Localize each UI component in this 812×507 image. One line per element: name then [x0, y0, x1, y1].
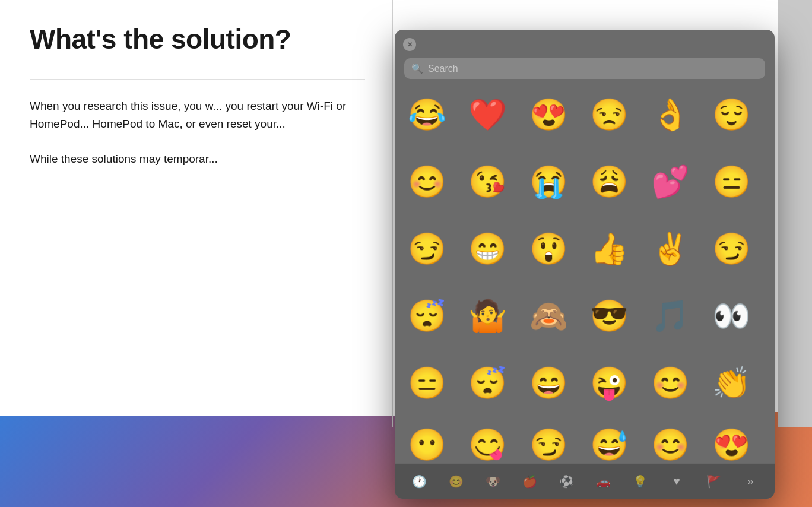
emoji-cell[interactable]: 😘 [464, 158, 512, 205]
emoji-cell[interactable]: 🙈 [525, 292, 572, 340]
category-button-more[interactable]: » [740, 471, 761, 492]
emoji-cell[interactable]: 😂 [403, 91, 451, 138]
emoji-grid: 😂❤️😍😒👌😌😊😘😭😩💕😑😏😁😲👍✌️😏😴🤷🙈😎🎵👀😑😴😄😜😊👏 [395, 85, 775, 430]
emoji-cell[interactable]: 😴 [464, 359, 512, 407]
category-button-smileys[interactable]: 😊 [445, 471, 467, 492]
emoji-cell[interactable]: 😭 [525, 158, 572, 205]
emoji-cell[interactable]: 😲 [525, 225, 572, 272]
document-title: What's the solution? [30, 24, 365, 55]
emoji-cell[interactable]: 😍 [525, 91, 572, 138]
emoji-cell[interactable]: 💕 [647, 158, 694, 205]
category-button-activities[interactable]: ⚽ [556, 471, 577, 492]
emoji-partial-row: 😶😋😏😅😊😍 [395, 430, 775, 463]
emoji-cell[interactable]: 👌 [647, 91, 694, 138]
emoji-cell[interactable]: 👏 [708, 359, 755, 407]
emoji-cell[interactable]: 😊 [647, 430, 694, 460]
emoji-cell[interactable]: 😅 [586, 430, 633, 460]
emoji-cell[interactable]: 😊 [403, 158, 451, 205]
body-paragraph-1: When you research this issue, you w... y… [30, 97, 365, 134]
emoji-cell[interactable]: 😊 [647, 359, 694, 407]
emoji-cell[interactable]: 😏 [525, 430, 572, 460]
document-body: When you research this issue, you w... y… [30, 97, 365, 168]
emoji-cell[interactable]: 😄 [525, 359, 572, 407]
close-button[interactable] [403, 38, 416, 51]
emoji-cell[interactable]: ❤️ [464, 91, 512, 138]
emoji-cell[interactable]: 😌 [708, 91, 755, 138]
search-bar: 🔍 [404, 58, 765, 79]
emoji-cell[interactable]: 😁 [464, 225, 512, 272]
emoji-cell[interactable]: 😑 [708, 158, 755, 205]
emoji-cell[interactable]: 🎵 [647, 292, 694, 340]
emoji-cell[interactable]: 😋 [464, 430, 512, 460]
category-button-recent[interactable]: 🕐 [408, 471, 430, 492]
document-area: What's the solution? When you research t… [0, 0, 395, 416]
category-button-symbols[interactable]: ♥ [666, 471, 687, 492]
category-bar: 🕐😊🐶🍎⚽🚗💡♥🚩» [395, 463, 775, 499]
emoji-cell[interactable]: 😶 [403, 430, 451, 460]
emoji-cell[interactable]: 😒 [586, 91, 633, 138]
emoji-cell[interactable]: 🤷 [464, 292, 512, 340]
right-sidebar-bg [778, 0, 812, 427]
emoji-cell[interactable]: 😎 [586, 292, 633, 340]
emoji-cell[interactable]: 😜 [586, 359, 633, 407]
emoji-cell[interactable]: 👀 [708, 292, 755, 340]
emoji-cell[interactable]: 👍 [586, 225, 633, 272]
category-button-travel[interactable]: 🚗 [592, 471, 614, 492]
document-right-border [392, 0, 393, 427]
emoji-cell[interactable]: 😑 [403, 359, 451, 407]
emoji-cell[interactable]: 😴 [403, 292, 451, 340]
search-input[interactable] [428, 64, 758, 74]
emoji-cell[interactable]: 😏 [403, 225, 451, 272]
emoji-picker-panel: 🔍 😂❤️😍😒👌😌😊😘😭😩💕😑😏😁😲👍✌️😏😴🤷🙈😎🎵👀😑😴😄😜😊👏 😶😋😏😅😊… [395, 30, 775, 499]
emoji-cell[interactable]: ✌️ [647, 225, 694, 272]
document-divider [30, 79, 365, 80]
emoji-cell[interactable]: 😍 [708, 430, 755, 460]
emoji-cell[interactable]: 😩 [586, 158, 633, 205]
search-icon: 🔍 [411, 63, 423, 74]
category-button-animals[interactable]: 🐶 [482, 471, 503, 492]
category-button-flags[interactable]: 🚩 [703, 471, 724, 492]
category-button-objects[interactable]: 💡 [629, 471, 651, 492]
emoji-cell[interactable]: 😏 [708, 225, 755, 272]
body-paragraph-2: While these solutions may temporar... [30, 150, 365, 168]
category-button-food[interactable]: 🍎 [519, 471, 540, 492]
